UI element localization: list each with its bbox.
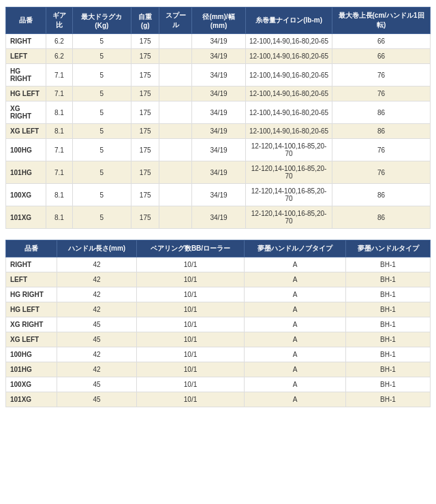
table-cell: 12-100,14-90,16-80,20-65 <box>245 124 332 139</box>
table-cell <box>159 86 192 101</box>
table-cell: 10/1 <box>136 347 244 362</box>
column-header: スプール <box>159 7 192 34</box>
table-cell: LEFT <box>6 49 46 64</box>
table-cell: 12-120,14-100,16-85,20-70 <box>245 184 332 206</box>
table-cell: A <box>245 377 346 392</box>
table-cell: 12-120,14-100,16-85,20-70 <box>245 206 332 229</box>
table-cell: A <box>245 362 346 377</box>
table-cell: 101XG <box>6 206 46 229</box>
table-row: HG RIGHT7.1517534/1912-100,14-90,16-80,2… <box>6 64 431 86</box>
table-row: 101XG8.1517534/1912-120,14-100,16-85,20-… <box>6 206 431 229</box>
table-cell: 45 <box>57 332 136 347</box>
table-cell: 42 <box>57 347 136 362</box>
specs-table-2: 品番ハンドル長さ(mm)ベアリング数BB/ローラー夢墨ハンドルノブタイプ夢墨ハン… <box>5 240 431 407</box>
table-cell: 5 <box>72 161 131 184</box>
table-cell: LEFT <box>6 272 57 287</box>
table-cell: A <box>245 347 346 362</box>
table-cell: 12-100,14-90,16-80,20-65 <box>245 34 332 49</box>
table-cell: A <box>245 332 346 347</box>
table-cell: RIGHT <box>6 34 46 49</box>
table-cell: 34/19 <box>192 206 246 229</box>
table-row: RIGHT4210/1ABH-1 <box>6 257 431 272</box>
table-cell: 45 <box>57 317 136 332</box>
table-cell: 86 <box>332 206 431 229</box>
table-cell: 42 <box>57 257 136 272</box>
table-cell: 76 <box>332 139 431 161</box>
table-cell: 12-100,14-90,16-80,20-65 <box>245 64 332 86</box>
table-row: 101XG4510/1ABH-1 <box>6 392 431 407</box>
table-cell: 8.1 <box>46 206 72 229</box>
table-cell: 175 <box>131 184 159 206</box>
table-cell: A <box>245 272 346 287</box>
table-cell: 175 <box>131 34 159 49</box>
specs-table-1: 品番ギア比最大ドラグカ(Kg)自重(g)スプール径(mm)/幅(mm)糸巻量ナイ… <box>5 7 431 229</box>
table-cell: 10/1 <box>136 332 244 347</box>
table-cell: 42 <box>57 362 136 377</box>
column-header: ハンドル長さ(mm) <box>57 240 136 257</box>
table-row: LEFT4210/1ABH-1 <box>6 272 431 287</box>
table-row: RIGHT6.2517534/1912-100,14-90,16-80,20-6… <box>6 34 431 49</box>
table-cell <box>159 161 192 184</box>
table-cell: 76 <box>332 64 431 86</box>
table-cell: 175 <box>131 64 159 86</box>
table-row: 100HG4210/1ABH-1 <box>6 347 431 362</box>
table-cell: 42 <box>57 272 136 287</box>
column-header: 最大ドラグカ(Kg) <box>72 7 131 34</box>
table-cell: 5 <box>72 49 131 64</box>
table-cell: 101HG <box>6 362 57 377</box>
table-cell: 66 <box>332 34 431 49</box>
table-cell: 175 <box>131 206 159 229</box>
table-cell: 5 <box>72 139 131 161</box>
table-cell: BH-1 <box>346 317 431 332</box>
table-cell: 10/1 <box>136 272 244 287</box>
table-cell: 34/19 <box>192 101 246 124</box>
table-row: XG LEFT4510/1ABH-1 <box>6 332 431 347</box>
table-row: 100HG7.1517534/1912-120,14-100,16-85,20-… <box>6 139 431 161</box>
table-cell: 5 <box>72 101 131 124</box>
table-cell: 45 <box>57 377 136 392</box>
table-cell: 10/1 <box>136 302 244 317</box>
table-cell: 5 <box>72 184 131 206</box>
column-header: 品番 <box>6 240 57 257</box>
table-cell: BH-1 <box>346 347 431 362</box>
table-cell: A <box>245 317 346 332</box>
table-cell: 34/19 <box>192 34 246 49</box>
table-cell: 34/19 <box>192 124 246 139</box>
table-cell <box>159 101 192 124</box>
table-cell: 5 <box>72 34 131 49</box>
table-cell: BH-1 <box>346 362 431 377</box>
column-header: 径(mm)/幅(mm) <box>192 7 246 34</box>
table-cell: 175 <box>131 49 159 64</box>
table-cell: 175 <box>131 101 159 124</box>
page-content: 品番ギア比最大ドラグカ(Kg)自重(g)スプール径(mm)/幅(mm)糸巻量ナイ… <box>5 7 431 407</box>
table-cell: A <box>245 392 346 407</box>
table-cell: RIGHT <box>6 257 57 272</box>
table-cell: 34/19 <box>192 139 246 161</box>
table-cell: 101HG <box>6 161 46 184</box>
table-cell: 7.1 <box>46 139 72 161</box>
table-cell: XG LEFT <box>6 124 46 139</box>
table-cell <box>159 139 192 161</box>
table-row: 100XG8.1517534/1912-120,14-100,16-85,20-… <box>6 184 431 206</box>
table-cell <box>159 206 192 229</box>
table-cell: 7.1 <box>46 64 72 86</box>
table-cell: BH-1 <box>346 272 431 287</box>
table-row: HG LEFT7.1517534/1912-100,14-90,16-80,20… <box>6 86 431 101</box>
table-row: XG RIGHT8.1517534/1912-100,14-90,16-80,2… <box>6 101 431 124</box>
table-row: LEFT6.2517534/1912-100,14-90,16-80,20-65… <box>6 49 431 64</box>
table-cell: 12-120,14-100,16-85,20-70 <box>245 139 332 161</box>
table-cell: 45 <box>57 392 136 407</box>
table-cell <box>159 49 192 64</box>
table-cell: 8.1 <box>46 101 72 124</box>
table-cell: 8.1 <box>46 124 72 139</box>
table-cell: 12-100,14-90,16-80,20-65 <box>245 86 332 101</box>
table-cell: BH-1 <box>346 332 431 347</box>
table-cell: 10/1 <box>136 287 244 302</box>
table-cell: 5 <box>72 86 131 101</box>
table-cell: BH-1 <box>346 302 431 317</box>
table-cell: 175 <box>131 161 159 184</box>
table-cell: 42 <box>57 287 136 302</box>
table-cell <box>159 184 192 206</box>
table-cell: 10/1 <box>136 362 244 377</box>
column-header: ベアリング数BB/ローラー <box>136 240 244 257</box>
